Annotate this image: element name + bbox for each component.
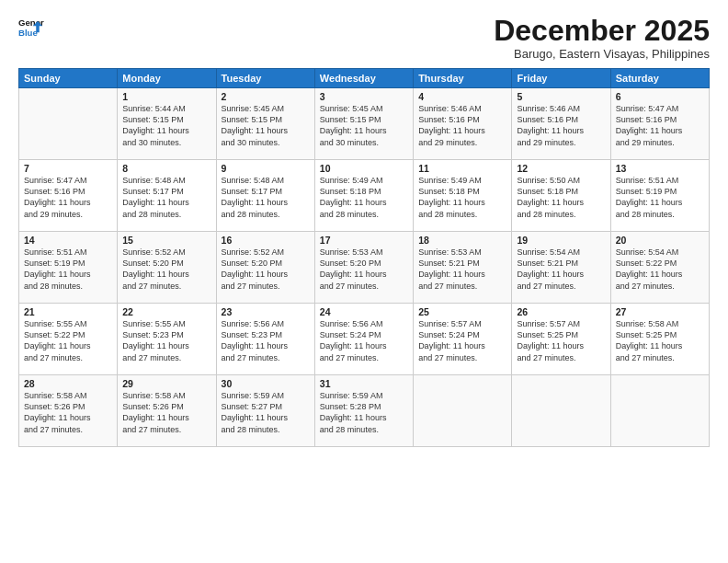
calendar-cell: 11Sunrise: 5:49 AM Sunset: 5:18 PM Dayli…	[414, 160, 512, 232]
col-saturday: Saturday	[610, 69, 709, 88]
day-info: Sunrise: 5:52 AM Sunset: 5:20 PM Dayligh…	[122, 247, 210, 292]
day-info: Sunrise: 5:46 AM Sunset: 5:16 PM Dayligh…	[517, 103, 605, 148]
calendar-cell: 2Sunrise: 5:45 AM Sunset: 5:15 PM Daylig…	[216, 88, 314, 160]
col-monday: Monday	[118, 69, 216, 88]
calendar-cell: 17Sunrise: 5:53 AM Sunset: 5:20 PM Dayli…	[314, 232, 413, 304]
day-number: 11	[418, 163, 506, 174]
calendar-cell: 16Sunrise: 5:52 AM Sunset: 5:20 PM Dayli…	[216, 232, 314, 304]
page-header: General Blue December 2025 Barugo, Easte…	[18, 15, 710, 61]
day-info: Sunrise: 5:53 AM Sunset: 5:21 PM Dayligh…	[418, 247, 506, 292]
calendar-week-3: 14Sunrise: 5:51 AM Sunset: 5:19 PM Dayli…	[19, 232, 710, 304]
day-info: Sunrise: 5:49 AM Sunset: 5:18 PM Dayligh…	[320, 175, 408, 220]
day-info: Sunrise: 5:48 AM Sunset: 5:17 PM Dayligh…	[222, 175, 310, 220]
calendar-cell: 7Sunrise: 5:47 AM Sunset: 5:16 PM Daylig…	[19, 160, 118, 232]
day-info: Sunrise: 5:58 AM Sunset: 5:26 PM Dayligh…	[24, 390, 112, 435]
day-info: Sunrise: 5:52 AM Sunset: 5:20 PM Dayligh…	[222, 247, 310, 292]
calendar-cell: 3Sunrise: 5:45 AM Sunset: 5:15 PM Daylig…	[314, 88, 413, 160]
day-number: 19	[517, 235, 605, 246]
day-number: 8	[122, 163, 210, 174]
calendar-cell: 26Sunrise: 5:57 AM Sunset: 5:25 PM Dayli…	[512, 304, 610, 375]
day-number: 1	[122, 91, 210, 102]
calendar-cell: 25Sunrise: 5:57 AM Sunset: 5:24 PM Dayli…	[414, 304, 512, 375]
day-number: 22	[122, 306, 210, 317]
logo-icon: General Blue	[18, 15, 44, 40]
day-info: Sunrise: 5:54 AM Sunset: 5:21 PM Dayligh…	[517, 247, 605, 292]
calendar-cell: 21Sunrise: 5:55 AM Sunset: 5:22 PM Dayli…	[19, 304, 118, 375]
day-info: Sunrise: 5:47 AM Sunset: 5:16 PM Dayligh…	[24, 175, 112, 220]
day-number: 13	[616, 163, 704, 174]
calendar-cell	[512, 375, 610, 447]
col-sunday: Sunday	[19, 69, 118, 88]
col-thursday: Thursday	[414, 69, 512, 88]
day-info: Sunrise: 5:46 AM Sunset: 5:16 PM Dayligh…	[418, 103, 506, 148]
day-info: Sunrise: 5:55 AM Sunset: 5:23 PM Dayligh…	[122, 318, 210, 363]
day-info: Sunrise: 5:56 AM Sunset: 5:24 PM Dayligh…	[320, 318, 408, 363]
day-info: Sunrise: 5:57 AM Sunset: 5:25 PM Dayligh…	[517, 318, 605, 363]
day-number: 14	[24, 235, 112, 246]
calendar-cell: 24Sunrise: 5:56 AM Sunset: 5:24 PM Dayli…	[314, 304, 413, 375]
calendar-week-1: 1Sunrise: 5:44 AM Sunset: 5:15 PM Daylig…	[19, 88, 710, 160]
title-block: December 2025 Barugo, Eastern Visayas, P…	[494, 15, 710, 61]
calendar-cell: 19Sunrise: 5:54 AM Sunset: 5:21 PM Dayli…	[512, 232, 610, 304]
logo: General Blue	[18, 15, 44, 40]
day-info: Sunrise: 5:57 AM Sunset: 5:24 PM Dayligh…	[418, 318, 506, 363]
calendar-cell: 6Sunrise: 5:47 AM Sunset: 5:16 PM Daylig…	[610, 88, 709, 160]
day-number: 6	[616, 91, 704, 102]
day-number: 29	[122, 378, 210, 389]
calendar-cell: 29Sunrise: 5:58 AM Sunset: 5:26 PM Dayli…	[118, 375, 216, 447]
calendar-cell: 31Sunrise: 5:59 AM Sunset: 5:28 PM Dayli…	[314, 375, 413, 447]
day-number: 5	[517, 91, 605, 102]
calendar-week-4: 21Sunrise: 5:55 AM Sunset: 5:22 PM Dayli…	[19, 304, 710, 375]
day-info: Sunrise: 5:56 AM Sunset: 5:23 PM Dayligh…	[222, 318, 310, 363]
col-wednesday: Wednesday	[314, 69, 413, 88]
day-info: Sunrise: 5:45 AM Sunset: 5:15 PM Dayligh…	[222, 103, 310, 148]
day-number: 18	[418, 235, 506, 246]
calendar-cell: 9Sunrise: 5:48 AM Sunset: 5:17 PM Daylig…	[216, 160, 314, 232]
header-row: Sunday Monday Tuesday Wednesday Thursday…	[19, 69, 710, 88]
day-info: Sunrise: 5:59 AM Sunset: 5:27 PM Dayligh…	[222, 390, 310, 435]
day-number: 30	[222, 378, 310, 389]
day-info: Sunrise: 5:44 AM Sunset: 5:15 PM Dayligh…	[122, 103, 210, 148]
day-number: 10	[320, 163, 408, 174]
day-info: Sunrise: 5:54 AM Sunset: 5:22 PM Dayligh…	[616, 247, 704, 292]
day-number: 3	[320, 91, 408, 102]
day-number: 20	[616, 235, 704, 246]
day-info: Sunrise: 5:59 AM Sunset: 5:28 PM Dayligh…	[320, 390, 408, 435]
calendar-cell: 14Sunrise: 5:51 AM Sunset: 5:19 PM Dayli…	[19, 232, 118, 304]
main-title: December 2025	[494, 15, 710, 47]
calendar-cell: 20Sunrise: 5:54 AM Sunset: 5:22 PM Dayli…	[610, 232, 709, 304]
calendar-cell: 15Sunrise: 5:52 AM Sunset: 5:20 PM Dayli…	[118, 232, 216, 304]
day-number: 12	[517, 163, 605, 174]
day-number: 27	[616, 306, 704, 317]
day-number: 31	[320, 378, 408, 389]
calendar-cell: 27Sunrise: 5:58 AM Sunset: 5:25 PM Dayli…	[610, 304, 709, 375]
calendar-week-5: 28Sunrise: 5:58 AM Sunset: 5:26 PM Dayli…	[19, 375, 710, 447]
day-number: 9	[222, 163, 310, 174]
day-info: Sunrise: 5:49 AM Sunset: 5:18 PM Dayligh…	[418, 175, 506, 220]
day-info: Sunrise: 5:58 AM Sunset: 5:26 PM Dayligh…	[122, 390, 210, 435]
calendar-cell: 23Sunrise: 5:56 AM Sunset: 5:23 PM Dayli…	[216, 304, 314, 375]
calendar-table: Sunday Monday Tuesday Wednesday Thursday…	[18, 68, 710, 447]
day-info: Sunrise: 5:51 AM Sunset: 5:19 PM Dayligh…	[24, 247, 112, 292]
calendar-week-2: 7Sunrise: 5:47 AM Sunset: 5:16 PM Daylig…	[19, 160, 710, 232]
day-number: 4	[418, 91, 506, 102]
day-number: 24	[320, 306, 408, 317]
svg-text:General: General	[18, 17, 44, 28]
day-info: Sunrise: 5:53 AM Sunset: 5:20 PM Dayligh…	[320, 247, 408, 292]
day-number: 15	[122, 235, 210, 246]
day-number: 7	[24, 163, 112, 174]
calendar-cell	[414, 375, 512, 447]
day-info: Sunrise: 5:50 AM Sunset: 5:18 PM Dayligh…	[517, 175, 605, 220]
calendar-cell: 13Sunrise: 5:51 AM Sunset: 5:19 PM Dayli…	[610, 160, 709, 232]
col-tuesday: Tuesday	[216, 69, 314, 88]
calendar-cell: 10Sunrise: 5:49 AM Sunset: 5:18 PM Dayli…	[314, 160, 413, 232]
day-info: Sunrise: 5:48 AM Sunset: 5:17 PM Dayligh…	[122, 175, 210, 220]
day-number: 16	[222, 235, 310, 246]
calendar-cell: 1Sunrise: 5:44 AM Sunset: 5:15 PM Daylig…	[118, 88, 216, 160]
day-number: 17	[320, 235, 408, 246]
calendar-cell	[610, 375, 709, 447]
calendar-cell: 8Sunrise: 5:48 AM Sunset: 5:17 PM Daylig…	[118, 160, 216, 232]
calendar-cell: 5Sunrise: 5:46 AM Sunset: 5:16 PM Daylig…	[512, 88, 610, 160]
day-info: Sunrise: 5:47 AM Sunset: 5:16 PM Dayligh…	[616, 103, 704, 148]
day-info: Sunrise: 5:45 AM Sunset: 5:15 PM Dayligh…	[320, 103, 408, 148]
